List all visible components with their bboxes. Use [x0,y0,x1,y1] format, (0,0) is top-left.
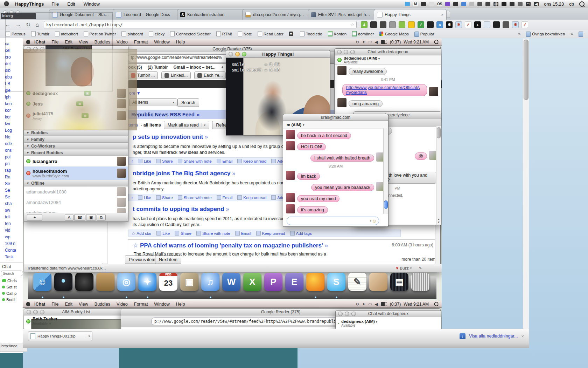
overflow-chevron-icon[interactable]: » [518,32,521,36]
post-title[interactable]: nbridge joins The Big Shot agency » [133,170,236,177]
buddy-row[interactable]: houseofrandomwww.BurdaStyle.com [24,166,128,180]
apple-menu-icon[interactable] [4,1,9,6]
action-share[interactable]: Share [156,195,173,200]
post-title[interactable]: t commits to upping its adspend » [133,206,229,213]
extension-icon[interactable]: ✱ [446,21,453,28]
chat-search-input[interactable] [1,271,23,276]
action-share-with-note[interactable]: Share with note [196,231,230,236]
extension-icon[interactable]: a [436,21,443,28]
edit-icon[interactable]: ✎ [419,266,422,271]
extension-icon[interactable]: ✓ [418,21,424,28]
chat2-buddy[interactable]: m (AIM) [287,123,301,127]
downloads-close-button[interactable]: × [521,334,524,339]
next-item-button[interactable]: Next item [155,255,181,264]
bookmark-popular[interactable]: Popular [414,31,434,37]
background-link[interactable]: sw [0,207,23,214]
safari-dock-icon[interactable]: ✦ [138,273,156,291]
menu-item[interactable]: File [51,1,59,7]
bookmark-rtm-[interactable]: RTM! [216,31,232,36]
mark-all-as-read-button[interactable]: Mark all as read▾ [164,121,209,129]
movies-dock-icon[interactable]: ▤ [390,273,408,291]
action-keep-unread[interactable]: Keep unread [256,231,285,236]
action-share[interactable]: Share [175,231,191,236]
smiley-picker-icon[interactable]: ☺ [372,218,377,224]
tab-efter-svt-plus-inslaget-h-ng[interactable]: Efter SVT Plus–inslaget häng× [308,9,379,20]
add-buddy-button[interactable]: + [27,214,42,221]
add-star-action-cut[interactable]: r [132,159,133,163]
minimize-icon[interactable] [235,52,240,56]
background-link[interactable]: ten [0,220,23,227]
reader-subtab[interactable]: Linkedi... [161,71,191,79]
photo-booth-dock-icon[interactable] [54,273,72,291]
chat2-scrollbar[interactable] [383,128,388,214]
ichat-dock-icon[interactable]: ◎ [117,273,135,291]
tab-dba-space2u-com-mysql4-s[interactable]: dba.space2u.com / mysql4.s× [242,9,313,20]
background-link[interactable]: sha [0,200,23,207]
buddy-row[interactable]: adamsadowski1080 [24,186,128,197]
firefox-dock-icon[interactable] [306,273,324,291]
action-keep-unread[interactable]: Keep unread [237,195,266,200]
extension-icon[interactable] [503,21,509,28]
bookmark-folder-ovriga[interactable]: Övriga bokmärken [526,31,565,37]
bookmark-folder[interactable] [579,31,584,37]
bookmark-star-icon[interactable]: ☆ [350,22,354,27]
evernote-icon[interactable] [477,2,482,6]
extension-icon[interactable] [493,21,500,28]
powerpoint-dock-icon[interactable]: P [264,273,282,291]
add-star-action-cut[interactable]: r [132,196,133,200]
reader-url-field[interactable]: tp://www.google.com/reader/view/#stream/… [128,54,231,62]
bookmark-connected-sidebar[interactable]: Connected Sidebar [170,31,210,36]
extension-icon[interactable] [380,21,386,28]
action-email[interactable]: Email [235,231,251,236]
extension-icon[interactable]: 4 [361,21,368,28]
bookmark-dom-ner[interactable]: domäner [352,31,374,36]
bookmark-read-later[interactable]: Read Later [258,31,284,36]
lock-icon[interactable] [502,2,506,6]
background-link[interactable]: pri [0,161,23,167]
app-menu[interactable]: HappyThings [15,1,44,7]
background-link[interactable]: kor [0,107,23,114]
twitter-icon[interactable] [405,2,410,6]
action-keep-unread[interactable]: Keep unread [237,159,266,163]
menu-item[interactable]: Edit [67,1,75,7]
tab-l-senord-google-docs[interactable]: Lösenord – Google Docs× [113,9,182,20]
spotlight-icon[interactable] [579,1,584,7]
stamps-dock-icon[interactable] [96,273,114,291]
overflow-chevron-icon[interactable]: » [570,32,573,36]
reader-browser-tab[interactable]: + [221,65,223,70]
textedit-dock-icon[interactable]: ✎ [348,273,366,291]
chat1-titlebar[interactable]: Chat with dedaigneux [335,49,441,55]
tab-close-icon[interactable]: × [439,13,443,17]
growl-icon[interactable] [421,2,426,6]
background-link[interactable]: Conta [0,247,23,254]
group-header-offline[interactable]: ▼Offline [24,180,128,186]
background-link[interactable]: ode [0,141,23,147]
extension-icon[interactable]: ✱ [455,21,462,28]
page-scrollbar[interactable] [523,39,529,329]
clipboard-icon[interactable] [429,2,434,6]
excel-dock-icon[interactable]: X [243,273,261,291]
buddy-row[interactable]: luciangarro [24,156,128,166]
extension-icon[interactable] [427,21,434,28]
add-star-action[interactable]: ☆Add star [132,231,152,236]
action-share[interactable]: Share [156,159,173,163]
background-link[interactable]: iph [0,94,23,101]
minimize-icon[interactable] [344,50,348,54]
chat-row[interactable]: Chris [0,278,23,284]
video-chat-button[interactable]: ▣ [86,214,96,221]
download-menu-ar[interactable]: ▾ [86,334,92,338]
extension-icon[interactable] [408,21,415,28]
chat2-titlebar[interactable]: uras@mac.com [283,114,388,121]
extension-icon[interactable] [370,21,377,28]
zoom-icon[interactable] [242,52,246,56]
photos-dock-icon[interactable]: ▣ [180,273,198,291]
background-link[interactable]: vid [0,227,23,234]
extension-icon[interactable]: ✱ [512,21,519,28]
tab-kontoadministration[interactable]: SKontoadministration× [177,9,247,20]
post-title[interactable]: p sets up innovation unit » [133,134,208,141]
close-icon[interactable] [337,50,342,54]
chat-row[interactable]: Set st [0,284,23,290]
plugin-icon[interactable] [445,2,450,6]
buddy-row[interactable]: amandazw12084 [24,197,128,207]
bookmark-konton[interactable]: Konton [328,31,346,36]
